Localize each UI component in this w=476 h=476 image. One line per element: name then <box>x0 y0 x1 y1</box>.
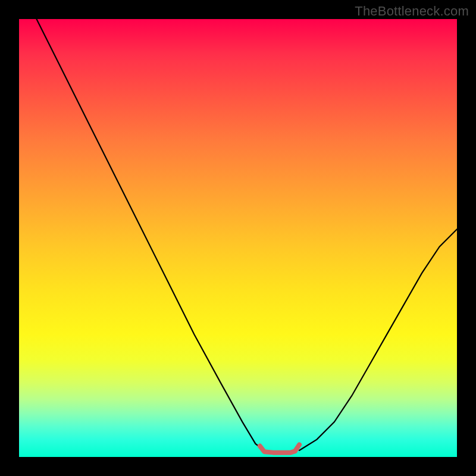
chart-svg <box>19 19 457 457</box>
chart-container: TheBottleneck.com <box>0 0 476 476</box>
plot-area <box>19 19 457 457</box>
right-curve-path <box>299 229 457 450</box>
watermark-text: TheBottleneck.com <box>355 4 469 19</box>
bottom-segment-path <box>260 444 299 452</box>
left-curve-path <box>36 19 264 450</box>
